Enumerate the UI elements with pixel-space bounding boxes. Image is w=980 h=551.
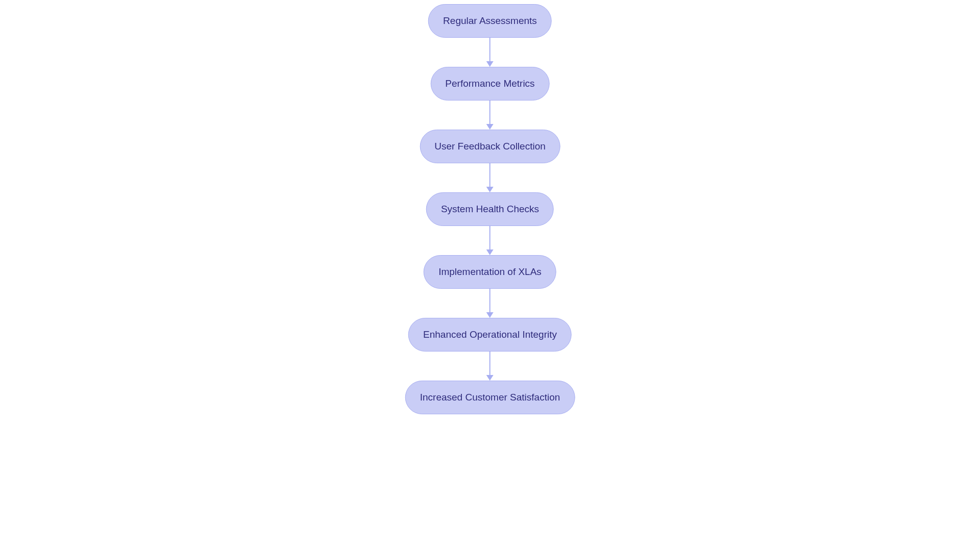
- flow-node-xlas: Implementation of XLAs: [424, 255, 556, 289]
- flow-node-user-feedback: User Feedback Collection: [420, 130, 560, 163]
- arrow-line: [489, 289, 491, 312]
- arrow-line: [489, 101, 491, 124]
- flow-arrow: [486, 226, 494, 255]
- flowchart-container: Regular Assessments Performance Metrics …: [405, 4, 575, 414]
- flow-node-system-health: System Health Checks: [426, 192, 554, 226]
- arrow-head-icon: [486, 187, 494, 192]
- arrow-line: [489, 163, 491, 187]
- arrow-head-icon: [486, 312, 494, 318]
- flow-arrow: [486, 38, 494, 67]
- flow-node-label: Regular Assessments: [443, 15, 537, 27]
- arrow-line: [489, 38, 491, 61]
- flow-node-label: User Feedback Collection: [434, 141, 546, 152]
- arrow-head-icon: [486, 375, 494, 381]
- flow-node-performance-metrics: Performance Metrics: [430, 67, 549, 101]
- flow-arrow: [486, 289, 494, 318]
- flow-node-label: Performance Metrics: [445, 78, 534, 89]
- flow-node-label: Increased Customer Satisfaction: [420, 392, 560, 403]
- arrow-line: [489, 226, 491, 249]
- arrow-head-icon: [486, 249, 494, 255]
- flow-node-operational-integrity: Enhanced Operational Integrity: [408, 318, 572, 352]
- flow-node-regular-assessments: Regular Assessments: [428, 4, 552, 38]
- flow-arrow: [486, 101, 494, 130]
- flow-arrow: [486, 163, 494, 192]
- flow-node-label: Implementation of XLAs: [438, 266, 542, 278]
- arrow-head-icon: [486, 61, 494, 67]
- flow-arrow: [486, 352, 494, 381]
- arrow-head-icon: [486, 124, 494, 130]
- arrow-line: [489, 352, 491, 375]
- flow-node-label: Enhanced Operational Integrity: [423, 329, 557, 340]
- flow-node-label: System Health Checks: [441, 204, 539, 215]
- flow-node-customer-satisfaction: Increased Customer Satisfaction: [405, 381, 575, 414]
